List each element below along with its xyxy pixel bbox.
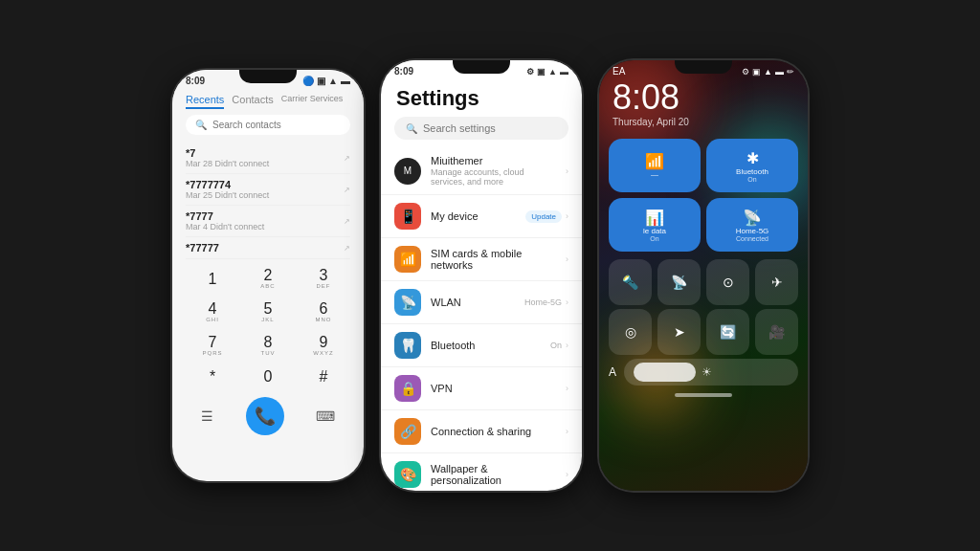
cc-tile-flashlight[interactable]: 🔦 [609, 259, 652, 305]
recent-number: *77777 [186, 242, 219, 253]
device-icon: 📱 [394, 203, 421, 230]
num-key-0[interactable]: 0 [241, 364, 295, 389]
settings-item-account[interactable]: M Miuithemer Manage accounts, cloud serv… [381, 147, 582, 195]
brightness-icon: ☀ [702, 365, 712, 379]
recent-item[interactable]: *77777 ↗ [186, 237, 350, 259]
dialer-screen: 8:09 🔵 ▣ ▲ ▬ Recents Contacts Carrier Se… [172, 70, 364, 481]
num-key-9[interactable]: 9WXYZ [297, 330, 350, 362]
phone-control-center: EA ⚙ ▣ ▲ ▬ ✏ 8:08 Thursday, April 20 📶 —… [599, 60, 808, 491]
cc-tile-rotation[interactable]: 🔄 [706, 309, 749, 355]
bluetooth-status-icon: ⚙ [526, 67, 534, 77]
search-contact-bar: 🔍 [186, 115, 350, 135]
control-center-screen: EA ⚙ ▣ ▲ ▬ ✏ 8:08 Thursday, April 20 📶 —… [599, 60, 808, 491]
cc-tile-airplane[interactable]: ✈ [755, 259, 798, 305]
num-key-1[interactable]: 1 [186, 263, 239, 295]
bluetooth-tile-sub: On [747, 176, 756, 183]
settings-item-text: Connection & sharing [431, 426, 556, 437]
cc-grid-row3: 🔦 📡 ⊙ ✈ [599, 255, 808, 309]
settings-item-wallpaper[interactable]: 🎨 Wallpaper & personalization › [381, 453, 582, 491]
cc-tile-mobile-data[interactable]: 📶 — [609, 139, 701, 192]
num-key-5[interactable]: 5JKL [241, 297, 295, 328]
notch [675, 60, 732, 74]
settings-search-bar: 🔍 [394, 117, 568, 140]
settings-item-vpn[interactable]: 🔒 VPN › [381, 367, 582, 410]
wallpaper-icon: 🎨 [394, 461, 421, 488]
chevron-right-icon: › [566, 384, 568, 393]
recent-item[interactable]: *7 Mar 28 Didn't connect ↗ [186, 143, 350, 174]
num-key-hash[interactable]: # [297, 364, 350, 389]
settings-screen: 8:09 ⚙ ▣ ▲ ▬ Settings 🔍 M Miuithemer Man… [381, 60, 582, 491]
settings-item-name: SIM cards & mobile networks [431, 248, 556, 271]
recent-item[interactable]: *7777774 Mar 25 Didn't connect ↗ [186, 174, 350, 206]
cc-tile-le-data[interactable]: 📊 le data On [609, 198, 701, 252]
settings-item-wlan[interactable]: 📡 WLAN Home-5G › [381, 281, 582, 324]
num-key-2[interactable]: 2ABC [241, 263, 295, 295]
cc-tile-privacy[interactable]: ◎ [609, 309, 652, 355]
sim-icon: 📶 [394, 246, 421, 273]
brightness-fill [634, 363, 696, 382]
notch [453, 60, 510, 74]
bluetooth-tile-icon: ✱ [746, 149, 759, 167]
brightness-slider[interactable]: ☀ [624, 359, 798, 386]
num-key-8[interactable]: 8TUV [241, 330, 295, 362]
chevron-right-icon: › [566, 254, 568, 264]
search-contact-input[interactable] [212, 120, 341, 130]
settings-item-device[interactable]: 📱 My device Update › [381, 195, 582, 238]
le-data-label: le data [643, 227, 666, 235]
settings-item-connection-sharing[interactable]: 🔗 Connection & sharing › [381, 410, 582, 453]
settings-page-title: Settings [381, 78, 582, 117]
chevron-right-icon: › [566, 427, 568, 436]
cc-tile-location[interactable]: ➤ [657, 309, 701, 355]
cc-tile-wifi[interactable]: 📡 Home-5G Connected [706, 198, 798, 252]
tab-recents[interactable]: Recents [186, 92, 224, 109]
call-direction-icon: ↗ [344, 244, 350, 253]
battery-status-icon: ▬ [560, 67, 568, 77]
settings-item-right: On › [550, 341, 568, 350]
settings-item-text: WLAN [431, 297, 515, 308]
connection-icon: 🔗 [394, 418, 421, 445]
num-key-3[interactable]: 3DEF [297, 263, 350, 295]
cc-tile-antenna[interactable]: 📡 [657, 259, 701, 305]
num-key-4[interactable]: 4GHI [186, 297, 239, 328]
dialpad-icon[interactable]: ⌨ [316, 408, 335, 424]
cc-tile-bluetooth[interactable]: ✱ Bluetooth On [706, 139, 798, 192]
cc-date: Thursday, April 20 [599, 117, 808, 135]
dialer-tabs: Recents Contacts Carrier Services [172, 88, 364, 115]
settings-item-name: Miuithemer [431, 155, 556, 166]
signal-bars-icon: 📶 [645, 152, 664, 170]
settings-item-sim[interactable]: 📶 SIM cards & mobile networks › [381, 238, 582, 281]
recent-date: Mar 28 Didn't connect [186, 159, 269, 168]
settings-search-input[interactable] [423, 122, 557, 134]
settings-item-right: Update › [525, 210, 568, 223]
phone-icon: 📞 [255, 406, 276, 427]
bluetooth-icon: 🦷 [394, 332, 421, 359]
gear-icon: ⚙ [742, 67, 749, 77]
tab-contacts[interactable]: Contacts [232, 92, 273, 109]
settings-item-name: My device [431, 210, 516, 222]
num-key-6[interactable]: 6MNO [297, 297, 350, 328]
num-key-star[interactable]: * [186, 364, 239, 389]
settings-item-text: SIM cards & mobile networks [431, 248, 556, 271]
settings-item-text: Wallpaper & personalization [431, 463, 556, 486]
status-time: 8:09 [186, 76, 205, 86]
settings-item-name: WLAN [431, 297, 515, 308]
call-button[interactable]: 📞 [246, 397, 284, 435]
cc-tile-focus[interactable]: ⊙ [706, 259, 749, 305]
chevron-right-icon: › [566, 166, 568, 176]
cc-tile-camera[interactable]: 🎥 [755, 309, 798, 355]
numpad: 1 2ABC 3DEF 4GHI 5JKL 6MNO 7PQRS 8TUV 9W… [172, 259, 364, 393]
home-bar [675, 393, 732, 397]
recent-number: *7777774 [186, 179, 269, 190]
wifi-tile-label: Home-5G [736, 227, 769, 235]
menu-icon[interactable]: ☰ [201, 408, 213, 424]
tab-carrier-services[interactable]: Carrier Services [281, 92, 344, 109]
settings-item-bluetooth[interactable]: 🦷 Bluetooth On › [381, 324, 582, 367]
account-avatar: M [394, 158, 421, 185]
settings-item-text: Bluetooth [431, 340, 541, 351]
num-key-7[interactable]: 7PQRS [186, 330, 239, 362]
edit-icon[interactable]: ✏ [787, 67, 794, 77]
recent-item[interactable]: *7777 Mar 4 Didn't connect ↗ [186, 206, 350, 237]
status-time: 8:09 [394, 66, 413, 77]
status-icons: ⚙ ▣ ▲ ▬ [526, 67, 568, 77]
settings-item-right: Home-5G › [524, 298, 568, 307]
